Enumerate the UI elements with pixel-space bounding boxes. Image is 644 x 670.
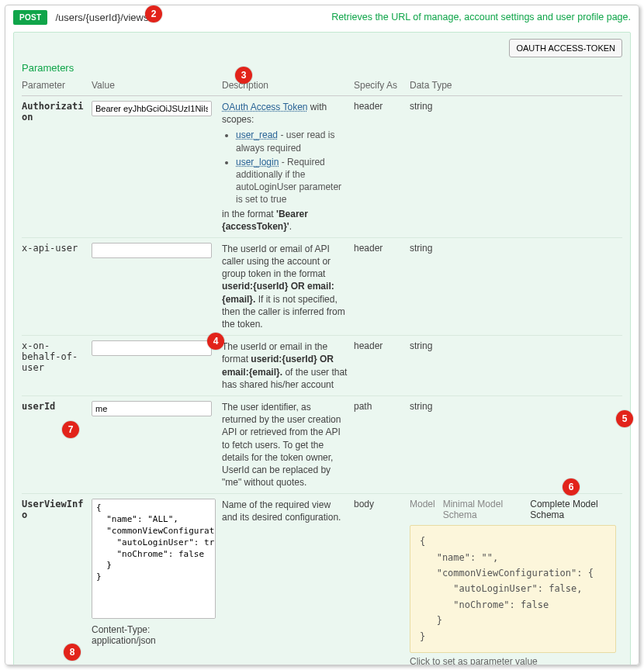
row-x-on-behalf: x-on-behalf-of-user The userId or email …: [22, 336, 622, 396]
callout-6: 6: [563, 478, 580, 496]
model-schema-hint: Click to set as parameter value: [410, 656, 616, 665]
callout-7: 7: [62, 421, 79, 438]
endpoint-path[interactable]: /users/{userId}/views: [55, 12, 148, 23]
oauth-token-button[interactable]: OAUTH ACCESS-TOKEN: [509, 39, 622, 57]
userid-type: string: [410, 395, 622, 493]
x-api-user-input[interactable]: [92, 243, 212, 258]
scope-list: user_read - user read is always required…: [222, 129, 348, 205]
callout-8: 8: [64, 644, 81, 661]
param-name-x-on-behalf: x-on-behalf-of-user: [22, 340, 78, 373]
tab-minimal-schema[interactable]: Minimal Model Schema: [443, 499, 523, 520]
userid-input[interactable]: [92, 401, 212, 416]
authorization-input[interactable]: [92, 101, 212, 116]
tab-model[interactable]: Model: [410, 499, 435, 520]
xapi-type: string: [410, 237, 622, 335]
userid-desc: The user identifier, as returned by the …: [222, 395, 354, 493]
content-type-label: Content-Type: application/json: [92, 624, 216, 646]
row-userviewinfo: UserViewInfo Content-Type: application/j…: [22, 494, 622, 665]
param-name-authorization: Authorization: [22, 101, 83, 123]
callout-4: 4: [207, 333, 224, 350]
xbehalf-type: string: [410, 336, 622, 396]
userid-specify: path: [354, 395, 410, 493]
scope-user-login[interactable]: user_login: [236, 157, 279, 168]
col-parameter: Parameter: [22, 77, 92, 96]
oauth-token-link[interactable]: OAuth Access Token: [222, 102, 308, 112]
model-schema-box[interactable]: { "name": "", "commonViewConfiguration":…: [410, 525, 616, 653]
endpoint-header: POST /users/{userId}/views Retrieves the…: [13, 9, 631, 26]
model-tabs: Model Minimal Model Schema Complete Mode…: [410, 499, 616, 520]
xbehalf-specify: header: [354, 336, 410, 396]
callout-5: 5: [616, 410, 633, 427]
row-x-api-user: x-api-user The userId or email of API ca…: [22, 237, 622, 335]
row-userid: userId The user identifier, as returned …: [22, 395, 622, 493]
parameters-heading: Parameters: [22, 62, 622, 74]
callout-3: 3: [235, 67, 252, 84]
param-name-x-api-user: x-api-user: [22, 243, 78, 254]
uvi-desc: Name of the required view and its desire…: [222, 494, 354, 665]
x-on-behalf-input[interactable]: [92, 340, 212, 356]
api-panel: POST /users/{userId}/views Retrieves the…: [5, 5, 639, 665]
xapi-specify: header: [354, 237, 410, 335]
parameters-table: Parameter Value Description Specify As D…: [22, 77, 622, 665]
auth-type: string: [410, 96, 622, 238]
tab-complete-schema[interactable]: Complete Model Schema: [530, 499, 616, 520]
callout-2: 2: [145, 5, 162, 22]
col-specify: Specify As: [354, 77, 410, 96]
col-value: Value: [92, 77, 222, 96]
userviewinfo-body-input[interactable]: [92, 499, 216, 619]
uvi-specify: body: [354, 494, 410, 665]
endpoint-description: Retrieves the URL of manage, account set…: [331, 12, 631, 22]
operation-panel: OAUTH ACCESS-TOKEN Parameters Parameter …: [13, 32, 631, 665]
param-name-userviewinfo: UserViewInfo: [22, 499, 83, 520]
col-type: Data Type: [410, 77, 622, 96]
scope-user-read[interactable]: user_read: [236, 130, 278, 140]
row-authorization: Authorization OAuth Access Token with sc…: [22, 96, 622, 238]
param-name-userid: userId: [22, 401, 55, 412]
method-badge: POST: [13, 10, 47, 25]
auth-specify: header: [354, 96, 410, 238]
